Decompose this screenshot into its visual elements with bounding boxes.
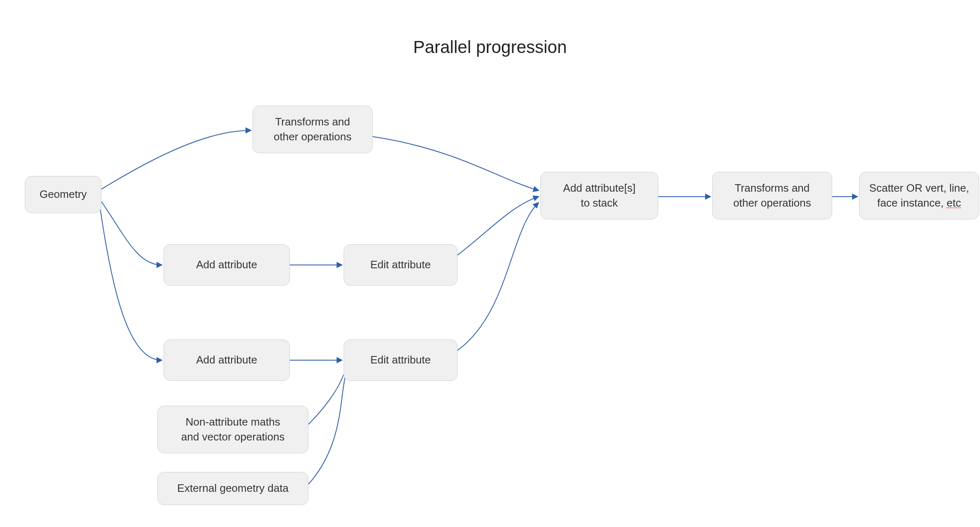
node-label: Non-attribute maths and vector operation… — [181, 415, 284, 444]
node-non-attribute-maths[interactable]: Non-attribute maths and vector operation… — [157, 406, 308, 453]
node-scatter-instance[interactable]: Scatter OR vert, line, face instance, et… — [859, 172, 979, 219]
node-label: External geometry data — [177, 481, 289, 496]
node-external-geometry-data[interactable]: External geometry data — [157, 472, 308, 505]
node-label: Scatter OR vert, line, face instance, et… — [869, 181, 969, 210]
node-edit-attribute-b[interactable]: Edit attribute — [344, 339, 457, 381]
node-transforms-ops-2[interactable]: Transforms and other operations — [712, 172, 832, 219]
node-add-attribute-b[interactable]: Add attribute — [164, 339, 290, 381]
node-label: Add attribute — [196, 257, 257, 272]
node-transforms-ops-1[interactable]: Transforms and other operations — [253, 106, 373, 153]
node-label: Transforms and other operations — [274, 115, 352, 144]
node-label: Transforms and other operations — [733, 181, 811, 210]
node-label: Add attribute — [196, 353, 257, 367]
diagram-canvas: Parallel progression — [0, 0, 980, 527]
diagram-edges — [0, 0, 980, 527]
node-label: Edit attribute — [371, 257, 431, 272]
node-geometry[interactable]: Geometry — [25, 176, 101, 213]
node-add-attributes-to-stack[interactable]: Add attribute[s] to stack — [540, 172, 658, 219]
node-label: Geometry — [39, 187, 87, 202]
node-label: Add attribute[s] to stack — [563, 181, 636, 210]
diagram-title: Parallel progression — [0, 37, 980, 57]
node-add-attribute-a[interactable]: Add attribute — [164, 244, 290, 286]
node-edit-attribute-a[interactable]: Edit attribute — [344, 244, 457, 286]
node-label: Edit attribute — [371, 353, 431, 367]
